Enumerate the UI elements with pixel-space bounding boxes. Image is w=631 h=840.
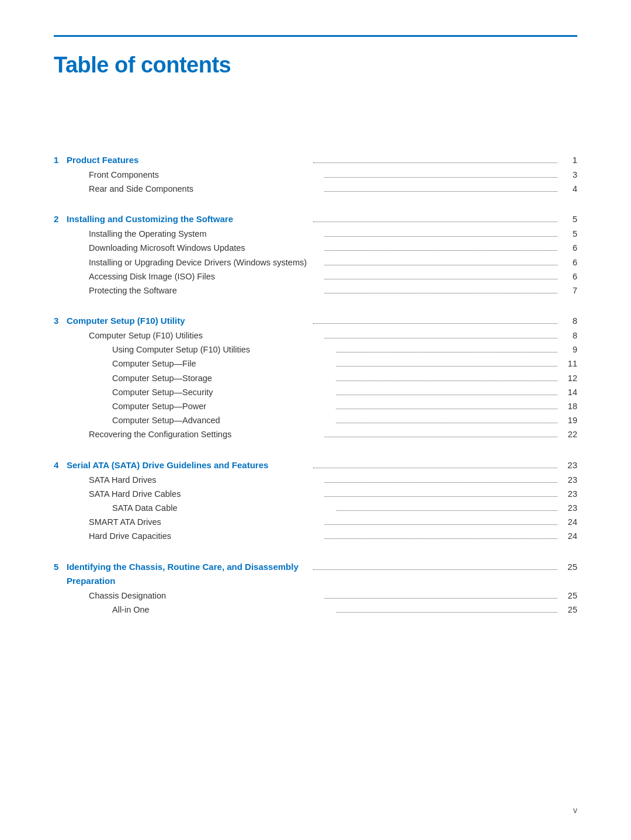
chapter-number: 5	[54, 560, 67, 574]
sub-entry-title: Hard Drive Capacities	[89, 530, 322, 543]
sub-entry-title: Computer Setup—Advanced	[112, 414, 334, 427]
sub-entry-dots	[324, 338, 557, 338]
chapter-title: Computer Setup (F10) Utility	[67, 314, 311, 328]
chapter-title: Identifying the Chassis, Routine Care, a…	[67, 560, 311, 588]
chapter-dots	[313, 468, 557, 468]
sub-entry-title: Recovering the Configuration Settings	[89, 428, 322, 441]
sub-entry-page-num: 24	[560, 530, 577, 543]
sub-entry-page-num: 6	[560, 270, 577, 284]
chapter-dots	[313, 163, 557, 163]
sub-entry: Computer Setup—Advanced 19	[54, 414, 577, 427]
sub-entry-title: Rear and Side Components	[89, 182, 322, 196]
sub-entry-page-num: 8	[560, 329, 577, 343]
sub-entry-dots	[336, 395, 557, 395]
sub-entry-dots	[324, 177, 557, 178]
sub-entry-dots	[336, 510, 557, 511]
sub-entry-page-num: 9	[560, 343, 577, 357]
chapter-number: 3	[54, 314, 67, 328]
chapter-page-num: 25	[560, 560, 577, 574]
chapter-title: Installing and Customizing the Software	[67, 212, 311, 226]
chapter-entry: 2 Installing and Customizing the Softwar…	[54, 212, 577, 298]
sub-entry-page-num: 24	[560, 516, 577, 529]
chapter-dots	[313, 323, 557, 324]
sub-entry-title: Computer Setup—Storage	[112, 372, 334, 385]
chapter-entry: 4 Serial ATA (SATA) Drive Guidelines and…	[54, 458, 577, 544]
sub-entry: Computer Setup—Storage 12	[54, 372, 577, 385]
sub-entry-title: SATA Hard Drive Cables	[89, 488, 322, 501]
sub-entry-page-num: 4	[560, 182, 577, 196]
footer-page-number: v	[573, 804, 577, 817]
sub-entry: Using Computer Setup (F10) Utilities 9	[54, 343, 577, 357]
sub-entry: Rear and Side Components 4	[54, 182, 577, 196]
chapter-title: Product Features	[67, 153, 311, 167]
sub-entry-page-num: 18	[560, 400, 577, 413]
chapter-entry: 3 Computer Setup (F10) Utility 8Computer…	[54, 314, 577, 442]
sub-entry-dots	[324, 293, 557, 293]
sub-entry-dots	[336, 366, 557, 367]
sub-entry-page-num: 14	[560, 386, 577, 399]
sub-entry: SMART ATA Drives 24	[54, 516, 577, 529]
sub-entry-title: Installing the Operating System	[89, 227, 322, 241]
sub-entry: Computer Setup—Security 14	[54, 386, 577, 399]
sub-entry-dots	[336, 612, 557, 613]
chapter-dots	[313, 569, 557, 570]
sub-entry-title: Computer Setup—Security	[112, 386, 334, 399]
sub-entry-title: SMART ATA Drives	[89, 516, 322, 529]
sub-entry: Hard Drive Capacities 24	[54, 530, 577, 543]
sub-entry: Installing the Operating System 5	[54, 227, 577, 241]
sub-entry-title: Computer Setup—Power	[112, 400, 334, 413]
sub-entry-title: Using Computer Setup (F10) Utilities	[112, 343, 334, 357]
chapter-number: 1	[54, 153, 67, 167]
sub-entry-dots	[324, 496, 557, 497]
sub-entry-page-num: 25	[560, 589, 577, 603]
sub-entry-title: Chassis Designation	[89, 589, 322, 603]
sub-entry: Protecting the Software 7	[54, 284, 577, 298]
sub-entry-title: All-in One	[112, 603, 334, 617]
sub-entry-dots	[324, 482, 557, 483]
chapter-line: 3 Computer Setup (F10) Utility 8	[54, 314, 577, 328]
sub-entry-page-num: 3	[560, 168, 577, 182]
chapter-dots	[313, 222, 557, 222]
chapter-line: 4 Serial ATA (SATA) Drive Guidelines and…	[54, 458, 577, 472]
chapter-page-num: 8	[560, 314, 577, 328]
sub-entry-dots	[324, 191, 557, 192]
sub-entry: Installing or Upgrading Device Drivers (…	[54, 256, 577, 269]
sub-entry-title: Front Components	[89, 168, 322, 182]
sub-entry: Computer Setup (F10) Utilities 8	[54, 329, 577, 343]
sub-entry-title: Protecting the Software	[89, 284, 322, 298]
sub-entry: Front Components 3	[54, 168, 577, 182]
sub-entry-title: SATA Hard Drives	[89, 473, 322, 487]
sub-entry-dots	[324, 598, 557, 599]
top-rule	[54, 35, 577, 37]
page-title: Table of contents	[54, 47, 577, 83]
sub-entry-dots	[324, 437, 557, 437]
sub-entry: SATA Data Cable 23	[54, 502, 577, 515]
sub-entry-dots	[336, 423, 557, 423]
sub-entry-page-num: 23	[560, 473, 577, 487]
chapter-number: 2	[54, 212, 67, 226]
sub-entry: Downloading Microsoft Windows Updates 6	[54, 241, 577, 255]
sub-entry-dots	[324, 236, 557, 237]
sub-entry-dots	[336, 381, 557, 381]
sub-entry-dots	[336, 409, 557, 409]
chapter-page-num: 1	[560, 153, 577, 167]
chapter-line: 1 Product Features 1	[54, 153, 577, 167]
sub-entry-page-num: 6	[560, 241, 577, 255]
sub-entry-page-num: 22	[560, 428, 577, 441]
sub-entry-page-num: 7	[560, 284, 577, 298]
sub-entry-dots	[324, 538, 557, 539]
chapter-title: Serial ATA (SATA) Drive Guidelines and F…	[67, 458, 311, 472]
sub-entry-title: Downloading Microsoft Windows Updates	[89, 241, 322, 255]
sub-entry: Accessing Disk Image (ISO) Files 6	[54, 270, 577, 284]
chapter-line: 5 Identifying the Chassis, Routine Care,…	[54, 560, 577, 588]
chapter-number: 4	[54, 458, 67, 472]
sub-entry-dots	[336, 352, 557, 352]
sub-entry-title: Computer Setup (F10) Utilities	[89, 329, 322, 343]
sub-entry-page-num: 6	[560, 256, 577, 269]
sub-entry-dots	[324, 265, 557, 265]
sub-entry-page-num: 23	[560, 502, 577, 515]
sub-entry-title: Installing or Upgrading Device Drivers (…	[89, 256, 322, 269]
sub-entry: Recovering the Configuration Settings 22	[54, 428, 577, 441]
sub-entry-dots	[324, 279, 557, 279]
sub-entry: Chassis Designation 25	[54, 589, 577, 603]
